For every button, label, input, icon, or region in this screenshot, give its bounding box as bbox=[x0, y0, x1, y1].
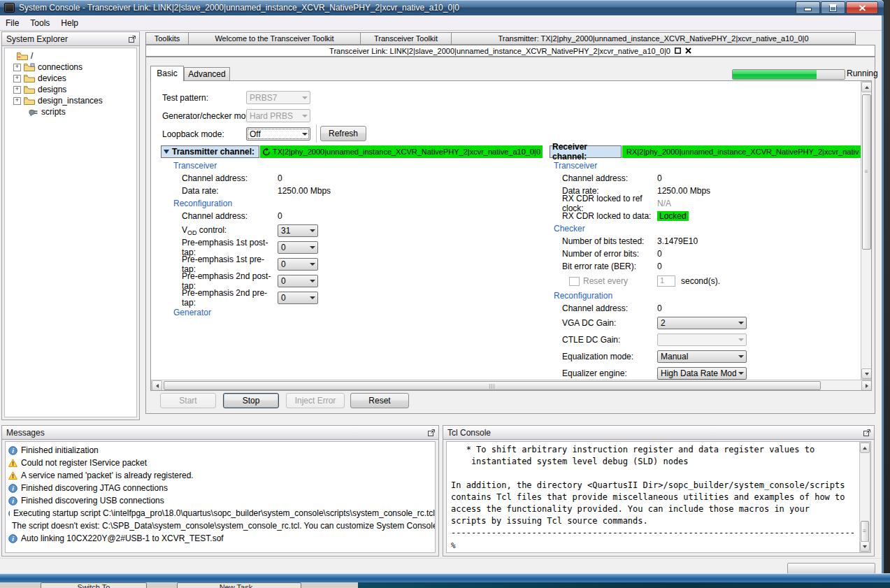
rx-section-checker[interactable]: Checker bbox=[551, 222, 859, 235]
ctle-dc-gain-select[interactable] bbox=[657, 334, 747, 346]
expander-icon[interactable]: + bbox=[13, 86, 21, 94]
start-button[interactable]: Start bbox=[160, 393, 216, 408]
tab-advanced[interactable]: Advanced bbox=[184, 67, 230, 81]
tree-item-root[interactable]: / bbox=[5, 50, 136, 62]
expander-icon[interactable]: + bbox=[13, 64, 21, 71]
tcl-console-output[interactable]: * To shift arbitrary instruction registe… bbox=[446, 441, 871, 553]
refresh-button[interactable]: Refresh bbox=[320, 126, 366, 141]
maximize-tab-icon[interactable] bbox=[675, 48, 681, 54]
rx-section-reconfiguration[interactable]: Reconfiguration bbox=[551, 289, 859, 302]
gen-mode-label: Generator/checker mode: bbox=[162, 111, 257, 121]
menu-tools[interactable]: Tools bbox=[24, 17, 55, 29]
switch-to-button[interactable]: Switch To bbox=[41, 582, 147, 588]
message-row[interactable]: i Executing startup script C:\intelfpga_… bbox=[6, 507, 435, 519]
tcl-console-panel: Tcl Console * To shift arbitrary instruc… bbox=[443, 425, 875, 557]
info-icon: i bbox=[8, 484, 17, 493]
tab-transceiver-link[interactable]: Transceiver Link: LINK|2|slave_2000|unna… bbox=[329, 47, 670, 55]
tx-section-transceiver[interactable]: Transceiver bbox=[162, 159, 543, 172]
message-row[interactable]: ! Could not register IService packet bbox=[6, 457, 435, 469]
inject-error-button[interactable]: Inject Error bbox=[286, 393, 345, 408]
system-explorer-title: System Explorer bbox=[6, 34, 68, 44]
menu-file[interactable]: File bbox=[0, 17, 24, 29]
close-button[interactable] bbox=[846, 1, 878, 14]
pre-emphasis-1st-post-tap-select[interactable]: 0 bbox=[278, 241, 318, 254]
pre-emphasis-1st-pre-tap-select[interactable]: 0 bbox=[278, 258, 318, 271]
receiver-channel-header[interactable]: Receiver channel: bbox=[550, 145, 622, 158]
scroll-up-button[interactable] bbox=[860, 443, 870, 453]
message-row[interactable]: ! A service named 'packet' is already re… bbox=[6, 469, 435, 482]
chevron-down-icon bbox=[736, 322, 746, 324]
title-bar[interactable]: System Console - Transceiver Link: LINK|… bbox=[0, 0, 884, 15]
folder-icon bbox=[17, 52, 28, 60]
system-explorer-panel: System Explorer / + connections + bbox=[1, 31, 140, 420]
chevron-down-icon bbox=[308, 229, 317, 232]
gen-mode-select[interactable]: Hard PRBS bbox=[246, 109, 310, 122]
close-tab-icon[interactable] bbox=[685, 48, 691, 54]
pre-emphasis-2nd-post-tap-select[interactable]: 0 bbox=[278, 275, 318, 287]
reset-button[interactable]: Reset bbox=[350, 393, 409, 408]
tree-item-scripts[interactable]: scripts bbox=[5, 106, 136, 117]
reset-every-checkbox[interactable] bbox=[569, 277, 580, 286]
new-task-button[interactable]: New Task... bbox=[177, 582, 301, 588]
rx-section-transceiver[interactable]: Transceiver bbox=[551, 159, 859, 172]
message-row[interactable]: i Finished discovering JTAG connections bbox=[6, 482, 435, 494]
scroll-left-button[interactable] bbox=[152, 380, 162, 391]
expander-icon[interactable]: + bbox=[13, 97, 21, 105]
tab-transmitter[interactable]: Transmitter: TX|2|phy_2000|unnamed_insta… bbox=[452, 32, 856, 45]
menu-help[interactable]: Help bbox=[55, 17, 84, 29]
tree-item-connections[interactable]: + connections bbox=[5, 62, 136, 73]
svg-text:!: ! bbox=[12, 460, 14, 467]
app-icon bbox=[4, 3, 15, 13]
tcl-scroll-thumb[interactable]: ≡ bbox=[861, 521, 869, 542]
tab-basic[interactable]: Basic bbox=[150, 66, 184, 81]
undock-icon[interactable] bbox=[863, 429, 871, 437]
folder-icon bbox=[24, 63, 35, 71]
svg-text:!: ! bbox=[12, 473, 14, 480]
status-bar bbox=[0, 558, 882, 574]
tcl-scrollbar[interactable]: ≡ bbox=[859, 442, 870, 552]
tx-section-generator[interactable]: Generator bbox=[162, 306, 543, 319]
tx-section-reconfiguration[interactable]: Reconfiguration bbox=[162, 197, 543, 210]
message-row[interactable]: i Finished discovering USB connections bbox=[6, 494, 435, 507]
message-row[interactable]: i Finished initialization bbox=[6, 444, 435, 457]
vga-dc-gain-select[interactable]: 2 bbox=[657, 317, 747, 329]
message-row[interactable]: ! The script doesn't exist: C:\SPB_Data\… bbox=[6, 519, 435, 532]
vod-control-select[interactable]: 31 bbox=[278, 224, 318, 237]
stop-button[interactable]: Stop bbox=[223, 393, 279, 408]
undock-icon[interactable] bbox=[427, 429, 436, 437]
tab-toolkits[interactable]: Toolkits bbox=[145, 32, 189, 45]
vertical-scrollbar[interactable]: ≡ bbox=[861, 81, 872, 380]
maximize-button[interactable] bbox=[821, 1, 845, 14]
horizontal-scrollbar[interactable]: ||| bbox=[151, 380, 872, 391]
tcl-prompt: % bbox=[451, 541, 456, 550]
scroll-down-button[interactable] bbox=[860, 541, 870, 552]
reset-every-input[interactable]: 1 bbox=[657, 275, 675, 287]
window-title: System Console - Transceiver Link: LINK|… bbox=[19, 3, 459, 13]
desktop: System Console - Transceiver Link: LINK|… bbox=[0, 0, 890, 588]
scroll-up-button[interactable] bbox=[861, 82, 872, 92]
tree-item-design-instances[interactable]: + design_instances bbox=[5, 95, 136, 106]
scroll-right-button[interactable] bbox=[861, 380, 872, 391]
scroll-down-button[interactable] bbox=[861, 368, 872, 379]
tab-welcome[interactable]: Welcome to the Transceiver Toolkit bbox=[189, 32, 361, 45]
transmitter-channel-header[interactable]: Transmitter channel: bbox=[161, 145, 259, 158]
pre-emphasis-2nd-pre-tap-select[interactable]: 0 bbox=[278, 292, 318, 304]
svg-text:i: i bbox=[12, 485, 14, 492]
equalization-mode-select[interactable]: Manual bbox=[657, 350, 747, 363]
message-row[interactable]: i Auto linking 10CX220Y@2#USB-1 to XCVR_… bbox=[6, 532, 435, 545]
status-text: Running bbox=[847, 69, 878, 78]
test-pattern-select[interactable]: PRBS7 bbox=[246, 91, 310, 104]
minimize-button[interactable] bbox=[796, 1, 820, 14]
loopback-select[interactable]: Off bbox=[246, 127, 310, 141]
tree-item-designs[interactable]: + designs bbox=[5, 84, 136, 95]
expander-icon[interactable]: + bbox=[13, 75, 21, 83]
undock-icon[interactable] bbox=[128, 35, 136, 43]
collapse-arrow-icon[interactable] bbox=[164, 150, 169, 154]
tab-transceiver-toolkit[interactable]: Transceiver Toolkit bbox=[361, 32, 452, 45]
equalizer-engine-select[interactable]: High Data Rate Mode bbox=[657, 367, 747, 380]
vertical-scroll-thumb[interactable]: ≡ bbox=[862, 94, 871, 250]
chevron-down-icon bbox=[736, 355, 746, 358]
messages-title: Messages bbox=[6, 428, 45, 438]
horizontal-scroll-thumb[interactable]: ||| bbox=[164, 381, 821, 390]
tree-item-devices[interactable]: + devices bbox=[5, 73, 136, 84]
